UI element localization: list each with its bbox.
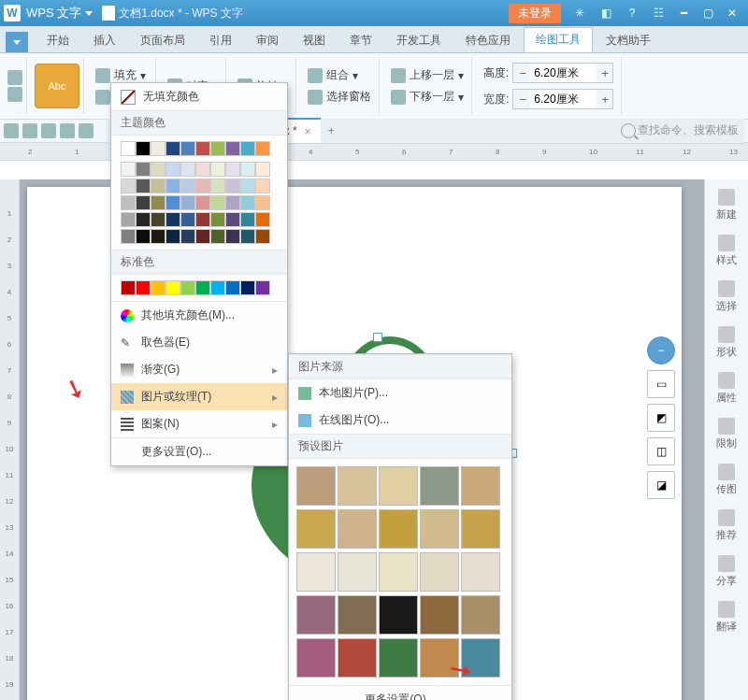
fill-more-colors[interactable]: 其他填充颜色(M)... [111, 302, 287, 329]
shape-tool-layout[interactable]: ▭ [647, 370, 675, 398]
preview-icon[interactable] [41, 123, 56, 138]
height-spinner[interactable]: −+ [512, 63, 613, 83]
color-swatch[interactable] [165, 280, 180, 295]
color-swatch[interactable] [121, 195, 136, 210]
texture-tile[interactable] [420, 595, 459, 635]
color-swatch[interactable] [195, 212, 210, 227]
save-icon[interactable] [4, 123, 19, 138]
color-swatch[interactable] [180, 141, 195, 156]
fill-more-settings[interactable]: 更多设置(O)... [111, 438, 287, 465]
new-tab-button[interactable]: + [321, 124, 342, 137]
sidebar-item-shape[interactable]: 形状 [705, 322, 748, 363]
sidebar-item-prop[interactable]: 属性 [705, 368, 748, 408]
send-backward-button[interactable]: 下移一层▾ [387, 87, 468, 107]
color-swatch[interactable] [255, 162, 270, 177]
tab-docaid[interactable]: 文档助手 [595, 29, 662, 52]
color-swatch[interactable] [151, 179, 165, 193]
print-icon[interactable] [22, 123, 37, 138]
tab-start[interactable]: 开始 [36, 29, 80, 52]
color-swatch[interactable] [255, 179, 270, 193]
color-swatch[interactable] [136, 195, 151, 210]
tab-ref[interactable]: 引用 [198, 29, 243, 52]
texture-tile[interactable] [296, 552, 336, 592]
minimize-button[interactable]: ━ [671, 7, 696, 20]
texture-tile[interactable] [420, 466, 459, 506]
close-button[interactable]: ✕ [720, 7, 744, 20]
texture-tile[interactable] [379, 466, 418, 506]
sidebar-item-style[interactable]: 样式 [705, 231, 748, 271]
tab-special[interactable]: 特色应用 [454, 29, 522, 52]
texture-tile[interactable] [461, 552, 500, 592]
ruler-vertical[interactable]: 12345678910111213141516171819 [0, 179, 20, 700]
fill-pattern[interactable]: 图案(N)▸ [111, 410, 287, 437]
color-swatch[interactable] [121, 141, 136, 156]
color-swatch[interactable] [195, 280, 210, 295]
tex-online[interactable]: 在线图片(O)... [289, 407, 511, 434]
texture-tile[interactable] [420, 552, 459, 592]
color-swatch[interactable] [180, 162, 195, 177]
sync-icon[interactable]: ✳ [568, 2, 591, 24]
text-box-icon[interactable] [7, 87, 22, 102]
shape-tool-fill[interactable]: ◩ [647, 404, 675, 432]
texture-tile[interactable] [420, 509, 459, 549]
color-swatch[interactable] [180, 212, 195, 227]
texture-tile[interactable] [296, 595, 336, 635]
tab-draw[interactable]: 绘图工具 [524, 27, 593, 52]
color-swatch[interactable] [225, 229, 240, 244]
color-swatch[interactable] [180, 179, 195, 193]
color-swatch[interactable] [195, 229, 210, 244]
color-swatch[interactable] [180, 280, 195, 295]
color-swatch[interactable] [255, 212, 270, 227]
color-swatch[interactable] [121, 229, 136, 244]
width-dec[interactable]: − [513, 90, 530, 108]
shape-style-preview[interactable]: Abc [35, 64, 79, 108]
height-dec[interactable]: − [513, 64, 530, 82]
color-swatch[interactable] [210, 162, 225, 177]
height-inc[interactable]: + [596, 64, 612, 82]
color-swatch[interactable] [151, 195, 165, 210]
color-swatch[interactable] [240, 212, 255, 227]
bring-forward-button[interactable]: 上移一层▾ [387, 65, 468, 85]
undo-icon[interactable] [60, 123, 75, 138]
help-icon[interactable]: ? [621, 2, 643, 24]
tab-layout[interactable]: 页面布局 [129, 29, 196, 52]
texture-tile[interactable] [338, 595, 377, 635]
tab-view[interactable]: 视图 [292, 29, 337, 52]
texture-tile[interactable] [338, 638, 377, 678]
color-swatch[interactable] [180, 195, 195, 210]
texture-tile[interactable] [338, 509, 377, 549]
login-button[interactable]: 未登录 [509, 4, 561, 23]
color-swatch[interactable] [136, 141, 151, 156]
color-swatch[interactable] [240, 179, 255, 193]
texture-tile[interactable] [461, 466, 500, 506]
color-swatch[interactable] [136, 280, 151, 295]
color-swatch[interactable] [136, 162, 151, 177]
file-menu-button[interactable] [6, 32, 28, 52]
color-swatch[interactable] [210, 141, 225, 156]
color-swatch[interactable] [240, 162, 255, 177]
color-swatch[interactable] [151, 162, 165, 177]
skin-icon[interactable]: ◧ [595, 2, 617, 24]
color-swatch[interactable] [136, 212, 151, 227]
color-swatch[interactable] [180, 229, 195, 244]
color-swatch[interactable] [255, 280, 270, 295]
color-swatch[interactable] [165, 212, 180, 227]
color-swatch[interactable] [195, 162, 210, 177]
maximize-button[interactable]: ▢ [696, 7, 720, 20]
color-swatch[interactable] [121, 179, 136, 193]
color-swatch[interactable] [210, 195, 225, 210]
color-swatch[interactable] [136, 179, 151, 193]
width-spinner[interactable]: −+ [512, 89, 613, 109]
color-swatch[interactable] [165, 141, 180, 156]
texture-tile[interactable] [379, 552, 418, 592]
shape-tool-outline[interactable]: ◫ [647, 437, 675, 465]
shape-tool-shadow[interactable]: ◪ [647, 471, 675, 499]
color-swatch[interactable] [225, 280, 240, 295]
color-swatch[interactable] [151, 280, 165, 295]
texture-tile[interactable] [338, 552, 377, 592]
color-swatch[interactable] [136, 229, 151, 244]
color-swatch[interactable] [210, 229, 225, 244]
color-swatch[interactable] [210, 212, 225, 227]
color-swatch[interactable] [210, 179, 225, 193]
color-swatch[interactable] [240, 195, 255, 210]
